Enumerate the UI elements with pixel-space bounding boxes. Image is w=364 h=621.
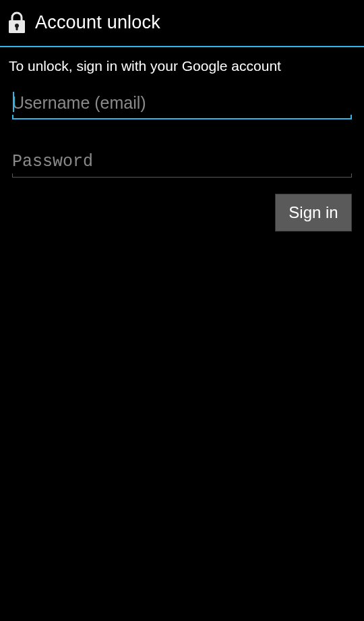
password-field-wrap bbox=[12, 148, 352, 178]
username-input[interactable] bbox=[12, 89, 352, 118]
signin-button[interactable]: Sign in bbox=[275, 194, 352, 232]
input-underline-focused bbox=[12, 118, 352, 119]
text-cursor bbox=[13, 92, 14, 112]
header-bar: Account unlock bbox=[0, 0, 364, 46]
username-field-wrap bbox=[12, 89, 352, 119]
button-row: Sign in bbox=[0, 178, 364, 232]
lock-icon bbox=[7, 11, 27, 34]
page-title: Account unlock bbox=[35, 12, 160, 33]
svg-rect-2 bbox=[16, 26, 18, 30]
content-area: To unlock, sign in with your Google acco… bbox=[0, 47, 364, 178]
input-underline bbox=[12, 177, 352, 178]
instruction-text: To unlock, sign in with your Google acco… bbox=[9, 58, 355, 74]
password-input[interactable] bbox=[12, 148, 352, 177]
